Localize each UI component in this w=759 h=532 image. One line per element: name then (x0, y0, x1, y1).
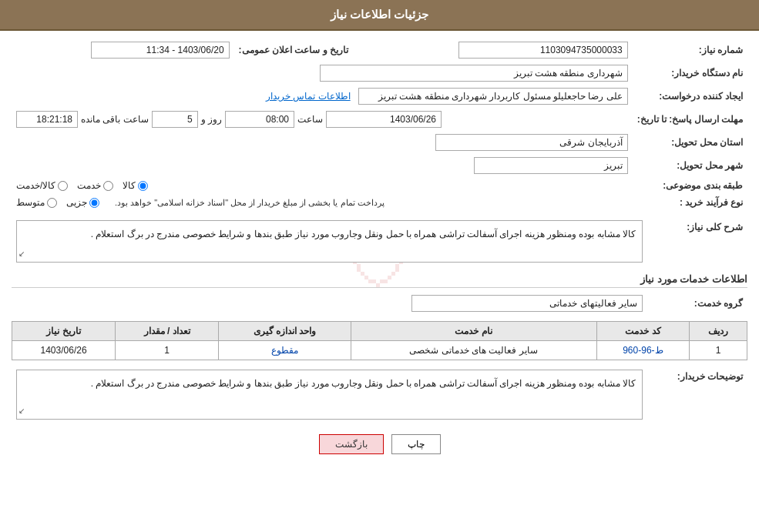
grooh-row: گروه خدمت: سایر فعالیتهای خدماتی (12, 292, 747, 315)
row-ostan: استان محل تحویل: آذربایجان شرقی (12, 131, 747, 154)
col-radif: ردیف (690, 322, 747, 341)
shahr-input: تبریز (474, 157, 628, 174)
radio-motavaset: متوسط (16, 197, 57, 208)
sharh-box: کالا مشابه بوده ومنظور هزینه اجرای آسفال… (16, 220, 643, 263)
ostan-value: آذربایجان شرقی (12, 131, 633, 154)
radio-jozii: جزیی (66, 197, 99, 208)
tosif-text: کالا مشابه بوده ومنظور هزینه اجرای آسفال… (91, 378, 636, 389)
row-ijad: ایجاد کننده درخواست: اطلاعات تماس خریدار… (12, 85, 747, 108)
mohlat-time-label: ساعت (297, 114, 323, 125)
tarikh-input: 1403/06/20 - 11:34 (91, 42, 230, 59)
cell-radif: 1 (690, 341, 747, 360)
page-header: جزئیات اطلاعات نیاز (0, 0, 759, 31)
cell-date: 1403/06/26 (12, 341, 116, 360)
farayand-label: نوع فرآیند خرید : (633, 194, 747, 211)
kala-khadamat-label: کالا/خدمت (16, 180, 55, 191)
row-shomare: شماره نیاز: 1103094735000033 تاریخ و ساع… (12, 38, 747, 62)
col-unit: واحد اندازه گیری (219, 322, 351, 341)
shomare-value: 1103094735000033 (364, 38, 633, 62)
mohlat-roz: 5 (152, 111, 198, 128)
mohlat-roz-label: روز و (201, 114, 222, 125)
services-table: ردیف کد خدمت نام خدمت واحد اندازه گیری ت… (12, 321, 747, 360)
ijad-input: علی رضا حاجعلیلو مسئول کاربردار شهرداری … (358, 88, 628, 105)
col-date: تاریخ نیاز (12, 322, 116, 341)
mohlat-time: 08:00 (225, 111, 294, 128)
nam-dastgah-value: شهرداری منطقه هشت تبریز (12, 62, 633, 85)
shahr-label: شهر محل تحویل: (633, 154, 747, 177)
page-wrapper: 🛡 جزئیات اطلاعات نیاز شماره نیاز: 110309… (0, 0, 759, 532)
ostan-label: استان محل تحویل: (633, 131, 747, 154)
sharh-table: شرح کلی نیاز: کالا مشابه بوده ومنظور هزی… (12, 217, 747, 266)
tosif-box: کالا مشابه بوده ومنظور هزینه اجرای آسفال… (16, 370, 643, 420)
ijad-link[interactable]: اطلاعات تماس خریدار (266, 91, 351, 102)
col-name: نام خدمت (351, 322, 596, 341)
mohlat-mande-label: ساعت باقی مانده (81, 114, 149, 125)
radio-kala-khadamat: کالا/خدمت (16, 180, 68, 191)
row-shahr: شهر محل تحویل: تبریز (12, 154, 747, 177)
shomare-label: شماره نیاز: (633, 38, 747, 62)
motavaset-label: متوسط (16, 197, 45, 208)
main-content: شماره نیاز: 1103094735000033 تاریخ و ساع… (0, 31, 759, 473)
cell-count: 1 (116, 341, 219, 360)
sharh-row: شرح کلی نیاز: کالا مشابه بوده ومنظور هزی… (12, 217, 747, 266)
khadamat-label: خدمت (77, 180, 101, 191)
footer-buttons: چاپ بازگشت (12, 434, 747, 454)
radio-jozii-input[interactable] (89, 198, 99, 208)
sharh-arrow: ↙ (18, 248, 25, 260)
grooh-label: گروه خدمت: (647, 292, 747, 315)
tosif-arrow: ↙ (18, 405, 25, 417)
shahr-value: تبریز (12, 154, 633, 177)
ijad-value: اطلاعات تماس خریدار علی رضا حاجعلیلو مسئ… (12, 85, 633, 108)
sharh-value: کالا مشابه بوده ومنظور هزینه اجرای آسفال… (12, 217, 647, 266)
table-row: 1 ط-96-960 سایر فعالیت های خدماتی شخصی م… (12, 341, 747, 360)
tosif-label: توضیحات خریدار: (647, 366, 747, 423)
grooh-input: سایر فعالیتهای خدماتی (411, 295, 643, 312)
col-count: تعداد / مقدار (116, 322, 219, 341)
tosif-table: توضیحات خریدار: کالا مشابه بوده ومنظور ه… (12, 366, 747, 423)
khadamat-section-title: اطلاعات خدمات مورد نیاز (12, 273, 747, 288)
services-table-body: 1 ط-96-960 سایر فعالیت های خدماتی شخصی م… (12, 341, 747, 360)
farayand-note: پرداخت تمام یا بخشی از مبلغ خریدار از مح… (115, 198, 385, 208)
kala-label: کالا (123, 180, 136, 191)
mohlat-value: 18:21:18 ساعت باقی مانده 5 روز و 08:00 س… (12, 108, 633, 131)
radio-khadamat: خدمت (77, 180, 113, 191)
ijad-label: ایجاد کننده درخواست: (633, 85, 747, 108)
shomare-input: 1103094735000033 (458, 42, 628, 59)
services-header-row: ردیف کد خدمت نام خدمت واحد اندازه گیری ت… (12, 322, 747, 341)
bazgasht-button[interactable]: بازگشت (319, 434, 384, 454)
nam-dastgah-input: شهرداری منطقه هشت تبریز (320, 65, 628, 82)
row-farayand: نوع فرآیند خرید : متوسط جزیی (12, 194, 747, 211)
ostan-input: آذربایجان شرقی (435, 134, 628, 151)
tarikh-label: تاریخ و ساعت اعلان عمومی: (234, 38, 364, 62)
mohlat-label: مهلت ارسال پاسخ: تا تاریخ: (633, 108, 747, 131)
tabaqe-value: کالا/خدمت خدمت کالا (12, 177, 633, 194)
radio-motavaset-input[interactable] (47, 198, 57, 208)
page-title: جزئیات اطلاعات نیاز (331, 8, 428, 21)
services-table-head: ردیف کد خدمت نام خدمت واحد اندازه گیری ت… (12, 322, 747, 341)
radio-kala-khadamat-input[interactable] (58, 181, 68, 191)
info-table: شماره نیاز: 1103094735000033 تاریخ و ساع… (12, 38, 747, 211)
tosif-row: توضیحات خریدار: کالا مشابه بوده ومنظور ه… (12, 366, 747, 423)
mohlat-date: 1403/06/26 (326, 111, 442, 128)
tarikh-value: 1403/06/20 - 11:34 (12, 38, 234, 62)
radio-khadamat-input[interactable] (103, 181, 113, 191)
nam-dastgah-label: نام دستگاه خریدار: (633, 62, 747, 85)
chap-button[interactable]: چاپ (391, 434, 441, 454)
grooh-value: سایر فعالیتهای خدماتی (12, 292, 647, 315)
tabaqe-label: طبقه بندی موضوعی: (633, 177, 747, 194)
farayand-value: متوسط جزیی پرداخت تمام یا بخشی از مبلغ خ… (12, 194, 633, 211)
sharh-label: شرح کلی نیاز: (647, 217, 747, 266)
mohlat-mande: 18:21:18 (16, 111, 78, 128)
grooh-table: گروه خدمت: سایر فعالیتهای خدماتی (12, 292, 747, 315)
row-mohlat: مهلت ارسال پاسخ: تا تاریخ: 18:21:18 ساعت… (12, 108, 747, 131)
radio-kala: کالا (123, 180, 148, 191)
col-code: کد خدمت (596, 322, 690, 341)
cell-code: ط-96-960 (596, 341, 690, 360)
radio-kala-input[interactable] (138, 181, 148, 191)
cell-name: سایر فعالیت های خدماتی شخصی (351, 341, 596, 360)
sharh-text: کالا مشابه بوده ومنظور هزینه اجرای آسفال… (91, 229, 636, 239)
tosif-value: کالا مشابه بوده ومنظور هزینه اجرای آسفال… (12, 366, 647, 423)
row-tabaqe: طبقه بندی موضوعی: کالا/خدمت خدمت کالا (12, 177, 747, 194)
jozii-label: جزیی (66, 197, 87, 208)
cell-unit: مقطوع (219, 341, 351, 360)
